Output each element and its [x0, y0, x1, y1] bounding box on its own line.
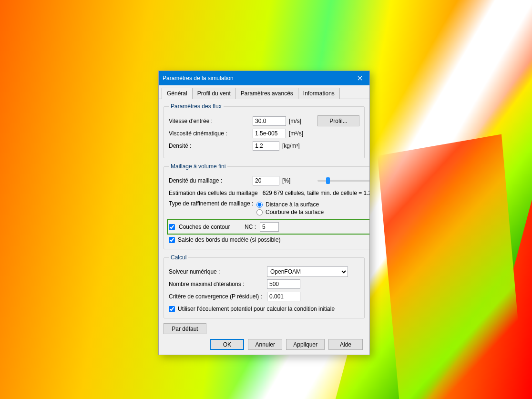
density-unit: [kg/m³] — [282, 143, 305, 149]
tab-info[interactable]: Informations — [298, 88, 340, 99]
mesh-density-input[interactable] — [253, 176, 279, 185]
mesh-density-label: Densité du maillage : — [169, 177, 250, 184]
dialog-title: Paramètres de la simulation — [163, 75, 350, 82]
simulation-parameters-dialog: Paramètres de la simulation Général Prof… — [158, 71, 370, 355]
viscosity-unit: [m²/s] — [289, 130, 312, 137]
tab-general[interactable]: Général — [162, 88, 193, 99]
density-label: Densité : — [169, 143, 250, 149]
defaults-button[interactable]: Par défaut — [164, 323, 206, 334]
ok-button[interactable]: OK — [210, 339, 244, 350]
viscosity-input[interactable] — [253, 129, 286, 138]
mesh-estimate-value: 629 679 cellules, taille min. de cellule… — [263, 190, 369, 196]
tab-advanced[interactable]: Paramètres avancés — [235, 88, 298, 99]
group-mesh: Maillage à volume fini Densité du mailla… — [164, 163, 369, 249]
mesh-estimate-label: Estimation des cellules du maillage — [169, 190, 258, 196]
help-button[interactable]: Aide — [328, 339, 363, 350]
mesh-density-unit: [%] — [282, 177, 305, 184]
button-bar: OK Annuler Appliquer Aide — [159, 334, 369, 355]
solver-label: Solveur numérique : — [169, 268, 264, 275]
mesh-density-slider[interactable] — [317, 180, 369, 182]
refine-distance-label: Distance à la surface — [266, 201, 319, 208]
contour-layers-checkbox[interactable] — [169, 224, 175, 230]
convergence-input[interactable] — [267, 292, 300, 301]
potential-flow-label: Utiliser l'écoulement potentiel pour cal… — [178, 306, 335, 312]
tab-wind[interactable]: Profil du vent — [192, 88, 236, 99]
density-input[interactable] — [253, 141, 279, 151]
group-flux-legend: Paramètres des flux — [169, 103, 224, 110]
group-calc-legend: Calcul — [169, 254, 188, 261]
profile-button[interactable]: Profil... — [317, 115, 359, 126]
cancel-button[interactable]: Annuler — [248, 339, 282, 350]
potential-flow-checkbox[interactable] — [169, 306, 175, 312]
group-flux: Paramètres des flux Vitesse d'entrée : [… — [164, 103, 365, 158]
refine-curvature-label: Courbure de la surface — [266, 209, 324, 215]
max-iter-input[interactable] — [267, 279, 300, 289]
refine-type-label: Type de raffinement de maillage : — [169, 200, 254, 207]
group-mesh-legend: Maillage à volume fini — [169, 163, 227, 170]
max-iter-label: Nombre maximal d'itérations : — [169, 281, 264, 287]
tab-strip: Général Profil du vent Paramètres avancé… — [159, 85, 369, 99]
refine-distance-radio[interactable] — [256, 202, 263, 208]
slider-thumb-icon — [326, 177, 330, 184]
titlebar[interactable]: Paramètres de la simulation — [159, 71, 369, 85]
nc-input[interactable] — [260, 222, 279, 232]
viscosity-label: Viscosité cinématique : — [169, 130, 250, 137]
close-icon — [358, 76, 362, 81]
convergence-label: Critère de convergence (P résiduel) : — [169, 293, 264, 300]
contour-layers-highlight: Couches de contour NC : — [167, 219, 369, 235]
group-calc: Calcul Solveur numérique : OpenFOAM Nomb… — [164, 254, 365, 318]
refine-curvature-radio[interactable] — [256, 209, 263, 215]
inlet-speed-input[interactable] — [253, 116, 286, 126]
nc-label: NC : — [245, 224, 256, 230]
inlet-speed-label: Vitesse d'entrée : — [169, 118, 250, 124]
snap-edges-label: Saisie des bords du modèle (si possible) — [178, 236, 280, 243]
close-button[interactable] — [350, 71, 369, 85]
contour-layers-label: Couches de contour — [179, 224, 241, 230]
inlet-speed-unit: [m/s] — [289, 118, 312, 124]
apply-button[interactable]: Appliquer — [286, 339, 325, 350]
snap-edges-checkbox[interactable] — [169, 237, 175, 243]
solver-select[interactable]: OpenFOAM — [267, 266, 348, 277]
